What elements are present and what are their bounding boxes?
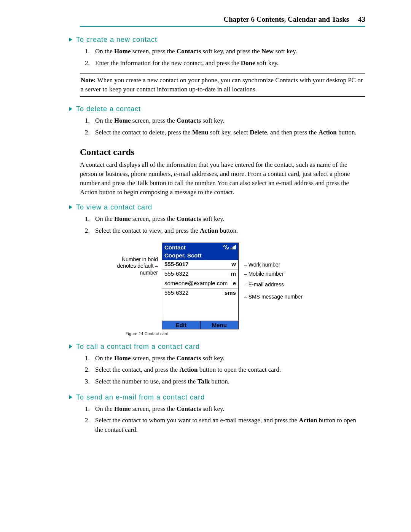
figure-caption: Figure 14 Contact card (126, 332, 365, 336)
phone-screen: Contact Cooper, Scott 555-5017 w (162, 243, 239, 329)
proc-title: To create a new contact (76, 36, 157, 43)
proc-title: To call a contact from a contact card (76, 343, 200, 350)
proc-arrow-icon (69, 395, 72, 399)
sync-icon (223, 245, 229, 249)
page-header: Chapter 6 Contents, Calendar and Tasks 4… (80, 15, 365, 27)
list-item: On the Home screen, press the Contacts s… (91, 354, 365, 363)
phone-row-sms: 555-6322 sms (162, 288, 238, 298)
proc-title: To view a contact card (76, 203, 152, 211)
proc-email-steps: On the Home screen, press the Contacts s… (80, 404, 365, 435)
list-item: On the Home screen, press the Contacts s… (91, 214, 365, 224)
phone-title-text: Contact (164, 244, 186, 251)
svg-rect-4 (234, 246, 235, 249)
list-item: Enter the information for the new contac… (91, 59, 365, 68)
proc-view-steps: On the Home screen, press the Contacts s… (80, 214, 365, 235)
list-item: Select the contact, and press the Action… (91, 365, 365, 375)
proc-arrow-icon (69, 107, 72, 111)
proc-delete-steps: On the Home screen, press the Contacts s… (80, 116, 365, 137)
callout-email: – E-mail address (244, 281, 303, 288)
proc-call-steps: On the Home screen, press the Contacts s… (80, 354, 365, 387)
list-item: Select the contact to whom you want to s… (91, 416, 365, 435)
note-label: Note: (81, 77, 96, 84)
figure-contact-card: Number in bold denotes default – number … (80, 243, 365, 336)
proc-heading-view: To view a contact card (69, 203, 365, 211)
note-box: Note: When you create a new contact on y… (80, 73, 365, 97)
page-number: 43 (358, 15, 365, 23)
phone-contact-list: 555-5017 w 555-6322 m someone@example.co… (162, 260, 238, 321)
list-item: Select the number to use, and press the … (91, 377, 365, 387)
callout-work: – Work number (244, 262, 303, 268)
figure-left-callout: Number in bold denotes default – number (80, 243, 162, 276)
softkey-menu: Menu (201, 321, 239, 329)
list-item: Select the contact to delete, press the … (91, 128, 365, 137)
note-text: When you create a new contact on your ph… (81, 77, 363, 93)
contact-cards-paragraph: A contact card displays all of the infor… (80, 160, 365, 197)
svg-rect-3 (233, 246, 234, 249)
phone-row-email: someone@example.com e (162, 279, 238, 288)
proc-arrow-icon (69, 345, 72, 348)
list-item: On the Home screen, press the Contacts s… (91, 116, 365, 126)
chapter-title: Chapter 6 Contents, Calendar and Tasks (223, 15, 349, 23)
proc-arrow-icon (69, 38, 72, 42)
figure-right-callouts: – Work number – Mobile number – E-mail a… (239, 243, 303, 300)
list-item: On the Home screen, press the Contacts s… (91, 47, 365, 56)
phone-title-bar: Contact (162, 243, 238, 252)
phone-softkey-bar: Edit Menu (162, 321, 238, 329)
svg-rect-5 (235, 245, 236, 249)
phone-empty-space (162, 298, 238, 321)
svg-rect-1 (231, 248, 231, 249)
phone-row-work: 555-5017 w (162, 260, 238, 269)
proc-arrow-icon (69, 205, 72, 209)
callout-sms: – SMS message number (244, 294, 303, 300)
svg-rect-2 (232, 247, 233, 249)
section-heading-contact-cards: Contact cards (80, 147, 365, 157)
list-item: On the Home screen, press the Contacts s… (91, 404, 365, 414)
proc-heading-delete: To delete a contact (69, 105, 365, 113)
proc-heading-create: To create a new contact (69, 36, 365, 44)
proc-create-steps: On the Home screen, press the Contacts s… (80, 47, 365, 68)
svg-line-0 (224, 246, 228, 249)
page: Chapter 6 Contents, Calendar and Tasks 4… (0, 0, 411, 463)
proc-title: To send an e-mail from a contact card (76, 393, 205, 401)
softkey-edit: Edit (162, 321, 201, 329)
list-item: Select the contact to view, and press th… (91, 226, 365, 236)
proc-heading-email: To send an e-mail from a contact card (69, 393, 365, 401)
signal-icon (231, 245, 236, 249)
proc-heading-call: To call a contact from a contact card (69, 343, 365, 351)
callout-mobile: – Mobile number (244, 271, 303, 277)
phone-contact-name: Cooper, Scott (162, 252, 238, 260)
status-icons (223, 245, 236, 249)
phone-row-mobile: 555-6322 m (162, 269, 238, 279)
proc-title: To delete a contact (76, 105, 141, 113)
